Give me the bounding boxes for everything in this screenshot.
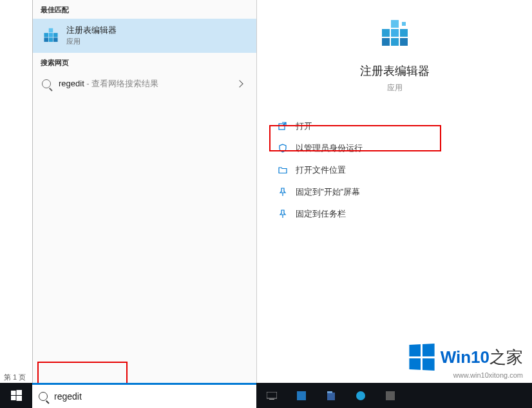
taskbar: [0, 383, 532, 408]
pin-start-icon: [278, 187, 288, 197]
svg-rect-11: [391, 20, 399, 28]
search-icon: [42, 79, 51, 88]
svg-rect-22: [297, 391, 306, 400]
action-label: 固定到"开始"屏幕: [296, 186, 360, 198]
svg-rect-18: [11, 396, 16, 400]
svg-rect-4: [49, 28, 53, 32]
svg-rect-9: [391, 29, 399, 37]
windows-logo-icon: [409, 344, 434, 371]
page-number-label: 第 1 页: [4, 373, 26, 382]
svg-rect-5: [53, 33, 58, 37]
regedit-icon: [41, 26, 61, 46]
taskbar-app-3[interactable]: [347, 383, 375, 408]
svg-rect-19: [16, 396, 22, 401]
svg-rect-24: [327, 391, 332, 393]
svg-rect-0: [44, 33, 48, 37]
svg-rect-6: [53, 37, 58, 42]
watermark-url: www.win10xitong.com: [408, 371, 523, 379]
action-pin-to-taskbar[interactable]: 固定到任务栏: [278, 203, 532, 225]
best-match-result[interactable]: 注册表编辑器 应用: [33, 19, 256, 53]
watermark: Win10之家 www.win10xitong.com: [408, 344, 523, 379]
pin-taskbar-icon: [278, 209, 288, 219]
action-label: 固定到任务栏: [296, 208, 346, 220]
section-header-best-match: 最佳匹配: [33, 0, 256, 19]
svg-rect-7: [382, 29, 390, 37]
detail-app-icon: [379, 19, 411, 52]
svg-rect-2: [49, 33, 53, 37]
web-result-text: regedit - 查看网络搜索结果: [59, 78, 237, 90]
folder-icon: [278, 165, 288, 175]
svg-rect-23: [327, 393, 335, 400]
taskbar-app-2[interactable]: [317, 383, 345, 408]
web-search-result[interactable]: regedit - 查看网络搜索结果: [33, 72, 256, 96]
svg-point-25: [356, 391, 365, 400]
action-open[interactable]: 打开: [278, 115, 532, 137]
search-icon: [39, 392, 48, 401]
svg-rect-8: [382, 38, 390, 46]
admin-icon: [278, 143, 288, 153]
result-text: 注册表编辑器 应用: [66, 25, 249, 46]
svg-rect-17: [16, 390, 22, 395]
action-pin-to-start[interactable]: 固定到"开始"屏幕: [278, 181, 532, 203]
svg-rect-20: [267, 392, 277, 398]
taskbar-app-1[interactable]: [287, 383, 316, 408]
taskbar-apps: [258, 383, 404, 408]
svg-rect-16: [11, 391, 16, 395]
action-label: 打开: [296, 121, 312, 132]
action-run-as-admin[interactable]: 以管理员身份运行: [278, 137, 532, 159]
task-view-button[interactable]: [258, 383, 286, 408]
svg-rect-1: [44, 37, 48, 42]
open-icon: [278, 121, 288, 131]
actions-list: 打开 以管理员身份运行 打开文件位置 固定到"开始"屏幕 固定到任务栏: [257, 115, 532, 225]
result-subtitle: 应用: [66, 37, 249, 46]
search-input[interactable]: [54, 391, 250, 402]
start-button[interactable]: [0, 383, 32, 408]
chevron-right-icon: [236, 80, 243, 87]
detail-title: 注册表编辑器: [257, 63, 532, 79]
action-label: 以管理员身份运行: [296, 142, 363, 154]
svg-rect-12: [400, 29, 408, 37]
svg-rect-3: [49, 37, 53, 42]
watermark-brand: Win10之家: [441, 346, 523, 369]
detail-subtitle: 应用: [257, 83, 532, 93]
svg-rect-14: [402, 22, 406, 26]
svg-rect-21: [269, 399, 274, 400]
svg-rect-13: [400, 38, 408, 46]
web-query: regedit: [59, 79, 84, 88]
taskbar-search-box[interactable]: [32, 383, 256, 408]
action-open-file-location[interactable]: 打开文件位置: [278, 159, 532, 181]
search-results-panel: 最佳匹配 注册表编辑器 应用 搜索网页 regedit - 查看网络搜索结果: [32, 0, 256, 383]
web-suffix: - 查看网络搜索结果: [84, 79, 159, 88]
svg-rect-26: [386, 391, 395, 400]
svg-rect-10: [391, 38, 399, 46]
result-title: 注册表编辑器: [66, 25, 249, 35]
detail-panel: 注册表编辑器 应用 打开 以管理员身份运行 打开文件位置 固定到"开始"屏幕 固…: [256, 0, 532, 383]
taskbar-app-4[interactable]: [376, 383, 404, 408]
section-header-web: 搜索网页: [33, 53, 256, 72]
action-label: 打开文件位置: [296, 164, 346, 176]
